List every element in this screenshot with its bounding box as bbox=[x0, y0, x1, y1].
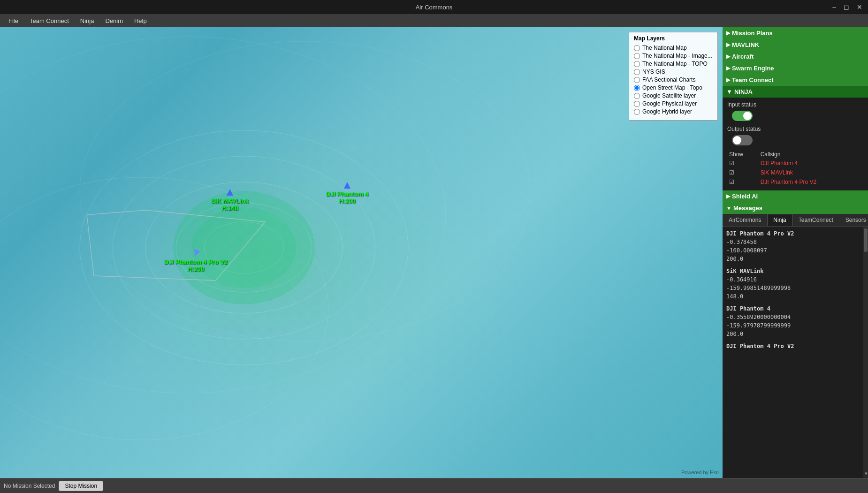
msg-line-3-2: -159.97978799999999 bbox=[726, 321, 860, 330]
msg-entry-3: DJI Phantom 4 -0.3558920000000004 -159.9… bbox=[726, 304, 860, 338]
msg-line-2-2: -159.99851489999998 bbox=[726, 284, 860, 292]
layer-faa-radio[interactable] bbox=[634, 77, 640, 83]
messages-arrow: ▼ bbox=[726, 205, 731, 211]
mission-plans-arrow: ▶ bbox=[726, 30, 730, 36]
topo-map bbox=[0, 27, 723, 478]
team-connect-label: Team Connect bbox=[732, 76, 774, 83]
no-mission-text: No Mission Selected bbox=[4, 483, 55, 489]
map-area[interactable]: SiK MAVLink H:148 DJI Phantom 4 H:200 DJ… bbox=[0, 27, 723, 478]
menu-teamconnect[interactable]: Team Connect bbox=[25, 15, 74, 26]
msg-line-2-1: -0.364916 bbox=[726, 275, 860, 284]
layer-national-topo-radio[interactable] bbox=[634, 61, 640, 67]
window-controls: – ◻ ✕ bbox=[830, 3, 864, 11]
tab-ninja[interactable]: Ninja bbox=[767, 214, 792, 226]
minimize-button[interactable]: – bbox=[830, 3, 838, 11]
tab-sensors[interactable]: Sensors bbox=[839, 214, 868, 226]
app-title: Air Commons bbox=[416, 4, 453, 11]
msg-callsign-1: DJI Phantom 4 Pro V2 bbox=[726, 229, 860, 238]
tab-teamconnect[interactable]: TeamConnect bbox=[792, 214, 839, 226]
messages-content[interactable]: DJI Phantom 4 Pro V2 -0.378458 -160.0008… bbox=[723, 227, 863, 478]
map-layers-title: Map Layers bbox=[634, 35, 713, 42]
powered-by: Powered by Esri bbox=[681, 470, 719, 475]
input-toggle-knob bbox=[743, 112, 752, 120]
msg-line-1-1: -0.378458 bbox=[726, 238, 860, 246]
layer-google-satellite[interactable]: Google Satellite layer bbox=[634, 92, 713, 99]
scroll-down-arrow[interactable]: ▼ bbox=[864, 471, 868, 476]
msg-entry-1: DJI Phantom 4 Pro V2 -0.378458 -160.0008… bbox=[726, 229, 860, 263]
aircraft-show-table: Show Callsign ☑ DJI Phantom 4 ☑ SiK MAVL… bbox=[727, 150, 863, 187]
stop-mission-button[interactable]: Stop Mission bbox=[59, 481, 103, 491]
msg-entry-4: DJI Phantom 4 Pro V2 bbox=[726, 342, 860, 350]
input-status-label: Input status bbox=[727, 101, 863, 108]
input-status-toggle[interactable] bbox=[732, 111, 753, 121]
section-ninja[interactable]: ▼ NINJA bbox=[723, 86, 868, 98]
layer-osm-topo[interactable]: Open Street Map - Topo bbox=[634, 84, 713, 91]
msg-callsign-4: DJI Phantom 4 Pro V2 bbox=[726, 342, 860, 350]
messages-label: Messages bbox=[733, 205, 762, 212]
section-mavlink[interactable]: ▶ MAVLINK bbox=[723, 39, 868, 51]
menu-denim[interactable]: Denim bbox=[100, 15, 128, 26]
menu-file[interactable]: File bbox=[4, 15, 23, 26]
layer-nys-gis[interactable]: NYS GIS bbox=[634, 68, 713, 75]
layer-google-hybrid[interactable]: Google Hybrid layer bbox=[634, 108, 713, 115]
layer-osm-topo-radio[interactable] bbox=[634, 85, 640, 91]
section-aircraft[interactable]: ▶ Aircraft bbox=[723, 51, 868, 62]
aircraft-arrow: ▶ bbox=[726, 53, 730, 60]
section-swarm-engine[interactable]: ▶ Swarm Engine bbox=[723, 62, 868, 74]
show-column-header: Show bbox=[727, 150, 759, 159]
layer-google-physical[interactable]: Google Physical layer bbox=[634, 100, 713, 107]
tab-aircommons[interactable]: AirCommons bbox=[723, 214, 767, 226]
output-status-label: Output status bbox=[727, 126, 863, 132]
show-checkbox-2[interactable]: ☑ bbox=[727, 168, 759, 177]
layer-national-image-radio[interactable] bbox=[634, 53, 640, 59]
main-content: SiK MAVLink H:148 DJI Phantom 4 H:200 DJ… bbox=[0, 27, 868, 478]
restore-button[interactable]: ◻ bbox=[842, 3, 851, 11]
layer-national-label: The National Map bbox=[642, 45, 687, 51]
show-checkbox-1[interactable]: ☑ bbox=[727, 159, 759, 168]
output-toggle-slider bbox=[732, 135, 753, 145]
messages-section: ▼ Messages AirCommons Ninja TeamConnect … bbox=[723, 202, 868, 478]
ninja-label: NINJA bbox=[734, 88, 753, 95]
layer-google-hybrid-label: Google Hybrid layer bbox=[642, 108, 692, 115]
layer-google-hybrid-radio[interactable] bbox=[634, 109, 640, 115]
swarm-engine-label: Swarm Engine bbox=[732, 65, 774, 72]
messages-tabs: AirCommons Ninja TeamConnect Sensors bbox=[723, 214, 868, 227]
section-team-connect[interactable]: ▶ Team Connect bbox=[723, 74, 868, 86]
layer-google-physical-radio[interactable] bbox=[634, 101, 640, 107]
layer-google-satellite-label: Google Satellite layer bbox=[642, 92, 696, 99]
layer-google-physical-label: Google Physical layer bbox=[642, 100, 697, 107]
show-checkbox-3[interactable]: ☑ bbox=[727, 177, 759, 187]
callsign-3: DJI Phantom 4 Pro V2 bbox=[759, 177, 863, 187]
scrollbar-thumb[interactable] bbox=[864, 228, 868, 252]
aircraft-dji-phantom4: DJI Phantom 4 H:200 bbox=[326, 182, 368, 205]
layer-faa[interactable]: FAA Sectional Charts bbox=[634, 76, 713, 83]
msg-line-3-3: 200.0 bbox=[726, 330, 860, 338]
layer-national-radio[interactable] bbox=[634, 45, 640, 51]
layer-national[interactable]: The National Map bbox=[634, 45, 713, 51]
table-row: ☑ SiK MAVLink bbox=[727, 168, 863, 177]
shield-ai-label: Shield AI bbox=[732, 193, 758, 200]
aircraft-dji-phantom4-prov2: DJI Phantom 4 Pro V2 H:200 bbox=[164, 250, 228, 273]
aircraft-label: Aircraft bbox=[732, 53, 754, 60]
ninja-content: Input status Output status bbox=[723, 98, 868, 190]
dji-phantom4-prov2-callsign: DJI Phantom 4 Pro V2 bbox=[164, 258, 228, 265]
input-status-toggle-container bbox=[727, 111, 863, 121]
output-status-toggle[interactable] bbox=[732, 135, 753, 145]
scrollbar-track[interactable]: ▼ bbox=[863, 227, 868, 478]
layer-national-topo[interactable]: The National Map - TOPO bbox=[634, 61, 713, 67]
layer-national-image[interactable]: The National Map - Image... bbox=[634, 53, 713, 59]
menu-ninja[interactable]: Ninja bbox=[76, 15, 99, 26]
mavlink-label: MAVLINK bbox=[732, 41, 759, 48]
section-shield-ai[interactable]: ▶ Shield AI bbox=[723, 190, 868, 202]
layer-google-satellite-radio[interactable] bbox=[634, 93, 640, 99]
dji-phantom4-callsign: DJI Phantom 4 bbox=[326, 190, 368, 197]
input-toggle-slider bbox=[732, 111, 753, 121]
section-messages[interactable]: ▼ Messages bbox=[723, 202, 868, 214]
menu-help[interactable]: Help bbox=[129, 15, 152, 26]
section-mission-plans[interactable]: ▶ Mission Plans bbox=[723, 27, 868, 39]
swarm-engine-arrow: ▶ bbox=[726, 65, 730, 71]
statusbar: No Mission Selected Stop Mission bbox=[0, 478, 868, 493]
close-button[interactable]: ✕ bbox=[855, 3, 864, 11]
svg-point-6 bbox=[80, 41, 530, 341]
layer-nys-gis-radio[interactable] bbox=[634, 69, 640, 75]
